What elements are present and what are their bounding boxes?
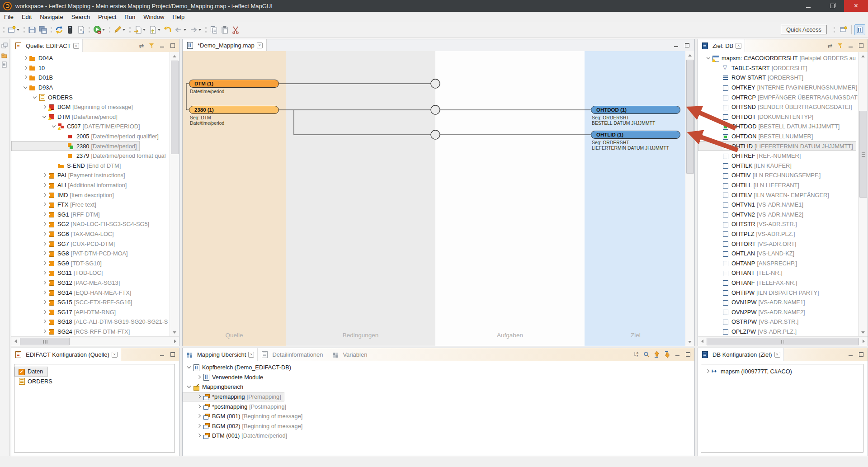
target-tree-vertical-scrollbar[interactable] [858,52,868,336]
chevron-expanded-icon[interactable] [50,123,57,130]
scroll-down-icon[interactable] [171,329,178,336]
chevron-collapsed-icon[interactable] [195,403,203,410]
tree-item-bgm-002[interactable]: BGM (002)[Beginning of message] [183,421,306,431]
save-all-button[interactable] [38,24,48,35]
tree-item-dtm-001[interactable]: DTM (001)[Date/time/period] [183,431,290,441]
tab-variablen[interactable]: Variablen [328,348,373,361]
chevron-collapsed-icon[interactable] [195,432,203,439]
refresh-button[interactable] [54,24,65,35]
menu-project[interactable]: Project [94,13,120,21]
chevron-collapsed-icon[interactable] [41,318,48,325]
tree-item-ohtstr[interactable]: OHTSTR[VS-ADR.STR.] [698,219,800,229]
tree-item-oplzpw[interactable]: OPLZPW[VS-ADR.PLZ.] [698,327,800,336]
chevron-expanded-icon[interactable] [705,55,712,62]
chevron-collapsed-icon[interactable] [22,64,29,71]
annotate-dropdown-icon[interactable] [123,29,125,31]
last-edit-location-button[interactable] [162,24,173,35]
chevron-expanded-icon[interactable] [31,94,38,101]
tree-item-ohtanp[interactable]: OHTANP[ANSPRECHP.] [698,258,800,268]
paste-button[interactable] [219,24,230,35]
chevron-collapsed-icon[interactable] [41,328,48,335]
save-as-document-button[interactable] [75,24,86,35]
tree-item-sg8[interactable]: SG8[PAT-DTM-PCD-MOA] [11,249,131,259]
chevron-collapsed-icon[interactable] [41,240,48,247]
restore-button[interactable] [820,0,844,12]
forward-dropdown-icon[interactable] [198,29,201,31]
chevron-collapsed-icon[interactable] [195,393,203,401]
maximize-view-icon[interactable] [169,351,176,358]
tree-item-bgm[interactable]: BGM[Beginning of message] [11,102,136,112]
search-icon[interactable] [643,351,650,358]
tree-item-orders[interactable]: ORDERS [14,377,57,387]
tree-item-2380[interactable]: 2380[Date/time/period] [11,141,140,151]
chevron-collapsed-icon[interactable] [41,230,48,237]
menu-navigate[interactable]: Navigate [36,13,67,21]
scroll-right-icon[interactable] [171,338,179,345]
tree-item-sg9[interactable]: SG9[TDT-SG10] [11,258,105,268]
tree-item-d01b[interactable]: D01B [11,73,58,83]
scroll-down-icon[interactable] [859,329,867,336]
scroll-left-icon[interactable] [698,338,706,345]
new-wizard-dropdown-icon[interactable] [17,29,19,31]
tree-item-ohtort[interactable]: OHTORT[VS-ADR.ORT] [698,239,799,249]
run-dropdown-icon[interactable] [102,29,105,31]
chevron-collapsed-icon[interactable] [195,373,203,381]
link-with-editor-icon[interactable]: ⇄ [138,42,145,49]
tab-demo-mapping-map[interactable]: *Demo_Mapping.map × [183,39,267,51]
tree-item-sg11[interactable]: SG11[TOD-LOC] [11,268,106,278]
menu-help[interactable]: Help [168,13,189,21]
tree-item-10[interactable]: 10 [11,63,50,73]
source-tree-vertical-scrollbar[interactable] [170,52,179,336]
tree-item-ohtdod[interactable]: OHTDOD[BESTELL DATUM JHJJMMTT] [698,122,843,132]
import-dropdown-icon[interactable] [143,29,146,31]
chevron-collapsed-icon[interactable] [41,201,48,208]
tree-item-ohtill[interactable]: OHTILL[ILN LIEFERANT] [698,180,802,190]
scrollbar-thumb[interactable] [20,338,70,345]
tree-item-ohtipw[interactable]: OHTIPW[ILN DISPATCH PARTY] [698,288,822,297]
tree-item-sg1[interactable]: SG1[RFF-DTM] [11,210,103,220]
back-button[interactable] [173,24,184,35]
tree-item-ohtilk[interactable]: OHTILK[ILN KÄUFER] [698,161,795,171]
chevron-collapsed-icon[interactable] [22,74,29,81]
chevron-collapsed-icon[interactable] [41,172,48,179]
tree-item-sg6[interactable]: SG6[TAX-MOA-LOC] [11,229,117,239]
tab-edifact-konfiguration[interactable]: EDIFACT Konfiguration (Quelle) × [11,348,121,361]
tree-item-ohtvn1[interactable]: OHTVN1[VS-ADR.NAME1] [698,200,807,210]
tree-item-sg24[interactable]: SG24[RCS-RFF-DTM-FTX] [11,327,133,336]
save-button[interactable] [27,24,38,35]
copy-button[interactable] [208,24,219,35]
tree-item-ali[interactable]: ALI[Additional information] [11,180,130,190]
minimize-view-icon[interactable] [847,42,854,49]
maximize-view-icon[interactable] [858,351,865,358]
tree-item-ohtant[interactable]: OHTANT[TEL-NR.] [698,268,786,278]
tree-item-ohtanf[interactable]: OHTANF[TELEFAX-NR.] [698,278,800,288]
close-view-icon[interactable]: × [73,43,79,49]
tree-item-sg2[interactable]: SG2[NAD-LOC-FII-SG3-SG4-SG5] [11,219,152,229]
minimize-editor-icon[interactable] [673,42,680,49]
chevron-collapsed-icon[interactable] [704,368,711,375]
minimize-view-icon[interactable] [159,351,166,358]
close-view-icon[interactable]: × [736,43,741,49]
tree-item-2379[interactable]: 2379[Date/time/period format qual [11,151,169,161]
maximize-view-icon[interactable] [858,42,865,49]
tree-item-ohtilv[interactable]: OHTILV[ILN WAREN- EMPFÄNGER] [698,190,832,200]
tree-item-c507[interactable]: C507[DATE/TIME/PERIOD] [11,122,143,132]
tree-item-d04a[interactable]: D04A [11,53,58,63]
quick-access-button[interactable]: Quick Access [781,25,827,34]
tree-item-sg12[interactable]: SG12[PAC-MEA-SG13] [11,278,123,288]
forward-button[interactable] [188,24,199,35]
tree-item-ohtvn2[interactable]: OHTVN2[VS-ADR.NAME2] [698,210,807,220]
tree-item-d93a[interactable]: D93A [11,83,58,93]
tree-item-2005[interactable]: 2005[Date/time/period qualifier] [11,132,162,142]
chevron-collapsed-icon[interactable] [195,422,203,429]
menu-window[interactable]: Window [139,13,168,21]
chevron-collapsed-icon[interactable] [41,269,48,277]
chevron-collapsed-icon[interactable] [41,221,48,228]
source-tree-horizontal-scrollbar[interactable] [11,336,179,346]
chevron-collapsed-icon[interactable] [41,191,48,198]
scroll-up-icon[interactable] [859,52,867,60]
tab-mapping-uebersicht[interactable]: Mapping Übersicht × [183,348,258,361]
minimize-view-icon[interactable] [847,351,854,358]
tree-item-ftx[interactable]: FTX[Free text] [11,200,99,210]
chevron-collapsed-icon[interactable] [41,299,48,306]
